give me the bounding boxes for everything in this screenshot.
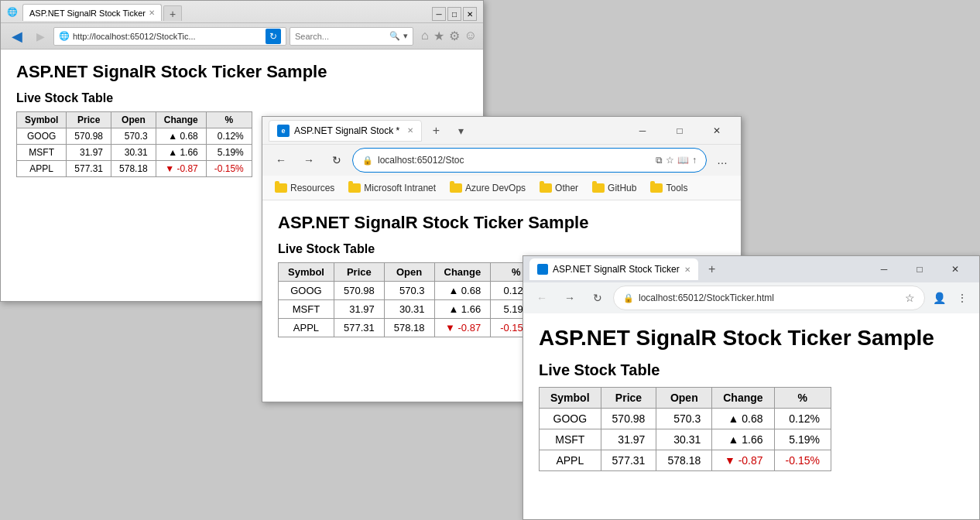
edge-more-icon: … bbox=[717, 154, 728, 166]
edge-back-btn[interactable]: ← bbox=[269, 148, 293, 173]
chrome-col-change: Change bbox=[712, 388, 774, 409]
ie-col-change: Change bbox=[156, 112, 206, 128]
ie-close-btn[interactable]: ✕ bbox=[463, 7, 477, 21]
ie-favorites-icon[interactable]: ★ bbox=[433, 29, 444, 43]
chrome-close-btn[interactable]: ✕ bbox=[937, 256, 973, 282]
edge-maximize-btn[interactable]: □ bbox=[662, 117, 697, 145]
edge-close-btn[interactable]: ✕ bbox=[699, 117, 735, 145]
ie-settings-icon[interactable]: ⚙ bbox=[449, 29, 460, 43]
ie-search-bar[interactable]: 🔍 ▾ bbox=[290, 27, 413, 46]
chrome-tab-active[interactable]: ASP.NET SignalR Stock Ticker ✕ bbox=[529, 258, 698, 280]
edge-split-icon[interactable]: ⧉ bbox=[656, 155, 663, 166]
cell-symbol: GOOG bbox=[279, 282, 334, 300]
cell-open: 570.3 bbox=[111, 128, 156, 145]
edge-nav-row: ← → ↻ 🔒 localhost:65012/Stoc ⧉ ☆ 📖 ↑ … bbox=[262, 145, 741, 176]
cell-pct: -0.15% bbox=[206, 161, 252, 177]
ie-tab-bar: ASP.NET SignalR Stock Ticker ✕ + ─ □ ✕ bbox=[22, 2, 477, 21]
chrome-page-title: ASP.NET SignalR Stock Ticker Sample bbox=[539, 326, 964, 351]
ie-search-input[interactable] bbox=[295, 32, 386, 41]
cell-change: ▲ 0.68 bbox=[434, 282, 491, 300]
ie-address-bar[interactable]: 🌐 http://localhost:65012/StockTic... ↻ bbox=[53, 27, 286, 46]
bookmark-github[interactable]: GitHub bbox=[586, 180, 642, 197]
edge-refresh-icon: ↻ bbox=[332, 154, 341, 166]
bookmark-resources[interactable]: Resources bbox=[269, 180, 341, 197]
edge-new-tab-btn[interactable]: + bbox=[425, 120, 447, 142]
cell-price: 570.98 bbox=[334, 282, 384, 300]
cell-symbol: GOOG bbox=[540, 409, 601, 429]
ie-col-symbol: Symbol bbox=[17, 112, 67, 128]
ie-home-icon[interactable]: ⌂ bbox=[421, 29, 429, 43]
cell-price: 577.31 bbox=[601, 450, 656, 471]
edge-tab-active[interactable]: e ASP.NET SignalR Stock * ✕ bbox=[269, 120, 422, 142]
ie-address-text: http://localhost:65012/StockTic... bbox=[73, 32, 196, 41]
bookmark-tools[interactable]: Tools bbox=[644, 180, 694, 197]
ie-maximize-btn[interactable]: □ bbox=[447, 7, 461, 21]
chrome-forward-btn[interactable]: → bbox=[557, 286, 582, 310]
ie-refresh-btn[interactable]: ↻ bbox=[266, 29, 281, 44]
bookmark-label: Microsoft Intranet bbox=[364, 183, 436, 193]
edge-favorites-icon[interactable]: ☆ bbox=[666, 155, 674, 166]
chrome-browser-window: ASP.NET SignalR Stock Ticker ✕ + ─ □ ✕ ←… bbox=[523, 255, 980, 520]
edge-tabs-dropdown-btn[interactable]: ▾ bbox=[450, 120, 471, 142]
chrome-back-btn[interactable]: ← bbox=[529, 286, 554, 310]
edge-forward-icon: → bbox=[303, 154, 314, 166]
folder-icon bbox=[348, 183, 361, 193]
table-row: MSFT 31.97 30.31 ▲ 1.66 5.19% bbox=[540, 429, 831, 450]
chrome-address-bar[interactable]: 🔒 localhost:65012/StockTicker.html ☆ bbox=[613, 286, 925, 310]
chrome-maximize-btn[interactable]: □ bbox=[902, 256, 937, 282]
chrome-refresh-btn[interactable]: ↻ bbox=[585, 286, 610, 310]
edge-lock-icon: 🔒 bbox=[362, 156, 373, 166]
chrome-profile-btn[interactable]: 👤 bbox=[928, 287, 950, 309]
cell-open: 578.18 bbox=[384, 319, 434, 337]
table-row: APPL 577.31 578.18 ▼ -0.87 -0.15% bbox=[279, 319, 542, 337]
edge-stock-table: Symbol Price Open Change % GOOG 570.98 5… bbox=[278, 262, 542, 337]
bookmark-ms-intranet[interactable]: Microsoft Intranet bbox=[342, 180, 442, 197]
ie-tab-close[interactable]: ✕ bbox=[149, 9, 155, 17]
chrome-col-open: Open bbox=[656, 388, 712, 409]
chrome-new-tab-btn[interactable]: + bbox=[701, 258, 723, 280]
chrome-more-btn[interactable]: ⋮ bbox=[951, 287, 973, 309]
cell-pct: 5.19% bbox=[206, 145, 252, 161]
edge-reading-icon[interactable]: 📖 bbox=[677, 155, 689, 166]
ie-favicon: 🌐 bbox=[7, 7, 18, 17]
table-row: GOOG 570.98 570.3 ▲ 0.68 0.12% bbox=[279, 282, 542, 300]
ie-chrome: 🌐 ASP.NET SignalR Stock Ticker ✕ + ─ □ ✕ bbox=[1, 1, 483, 50]
chrome-section-title: Live Stock Table bbox=[539, 361, 964, 379]
table-row: GOOG 570.98 570.3 ▲ 0.68 0.12% bbox=[540, 409, 831, 429]
chrome-bookmark-icon[interactable]: ☆ bbox=[905, 292, 915, 304]
edge-forward-btn[interactable]: → bbox=[296, 148, 321, 173]
edge-tab-close[interactable]: ✕ bbox=[407, 126, 413, 135]
ie-new-tab-btn[interactable]: + bbox=[163, 5, 182, 21]
table-row: MSFT 31.97 30.31 ▲ 1.66 5.19% bbox=[17, 145, 252, 161]
cell-pct: 0.12% bbox=[206, 128, 252, 145]
edge-minimize-btn[interactable]: ─ bbox=[625, 117, 660, 145]
bookmark-other[interactable]: Other bbox=[533, 180, 584, 197]
cell-price: 570.98 bbox=[601, 409, 656, 429]
cell-change: ▼ -0.87 bbox=[712, 450, 774, 471]
edge-more-btn[interactable]: … bbox=[710, 148, 735, 173]
edge-refresh-btn[interactable]: ↻ bbox=[324, 148, 349, 173]
chrome-lock-icon: 🔒 bbox=[623, 293, 634, 303]
ie-back-btn[interactable]: ◀ bbox=[7, 26, 27, 46]
ie-smiley-icon: ☺ bbox=[464, 29, 477, 43]
edge-address-text: localhost:65012/Stoc bbox=[378, 155, 464, 166]
cell-change: ▼ -0.87 bbox=[434, 319, 491, 337]
bookmark-azure-devops[interactable]: Azure DevOps bbox=[444, 180, 532, 197]
chrome-window-controls: ─ □ ✕ bbox=[866, 256, 973, 282]
chrome-address-text: localhost:65012/StockTicker.html bbox=[639, 292, 774, 303]
ie-forward-btn[interactable]: ▶ bbox=[30, 26, 50, 46]
chrome-minimize-btn[interactable]: ─ bbox=[866, 256, 902, 282]
ie-search-dropdown-icon[interactable]: ▾ bbox=[403, 31, 408, 41]
ie-forward-icon: ▶ bbox=[36, 30, 45, 43]
edge-favicon: e bbox=[277, 125, 290, 137]
chrome-more-icon: ⋮ bbox=[957, 292, 968, 304]
edge-share-icon[interactable]: ↑ bbox=[692, 155, 697, 166]
ie-tab-active[interactable]: ASP.NET SignalR Stock Ticker ✕ bbox=[22, 4, 162, 21]
chrome-tab-close[interactable]: ✕ bbox=[684, 265, 690, 274]
cell-change: ▲ 0.68 bbox=[712, 409, 774, 429]
edge-col-open: Open bbox=[384, 263, 434, 282]
table-row: MSFT 31.97 30.31 ▲ 1.66 5.19% bbox=[279, 300, 542, 319]
ie-minimize-btn[interactable]: ─ bbox=[432, 7, 446, 21]
edge-address-bar[interactable]: 🔒 localhost:65012/Stoc ⧉ ☆ 📖 ↑ bbox=[352, 148, 707, 173]
folder-icon bbox=[650, 183, 663, 193]
